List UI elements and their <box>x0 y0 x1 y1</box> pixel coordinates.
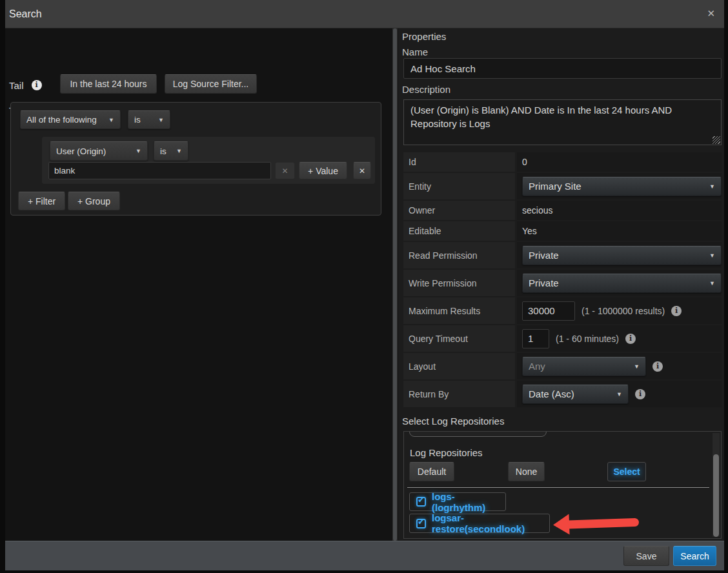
checkbox-checked-icon[interactable]: ✔ <box>416 497 426 507</box>
select-log-repositories-label: Select Log Repositories <box>402 416 504 427</box>
page-background-edge <box>0 570 728 573</box>
info-icon[interactable]: i <box>652 361 663 372</box>
tail-label: Tail <box>9 80 24 91</box>
annotation-arrow-icon <box>552 511 642 536</box>
query-timeout-hint: (1 - 60 minutes) <box>556 334 619 344</box>
info-icon[interactable]: i <box>625 334 636 344</box>
group-operator-value: All of the following <box>26 115 97 125</box>
property-row-write-permission: Write Permission Private ▼ <box>403 270 722 296</box>
row-label: Editable <box>403 221 515 241</box>
add-group-button[interactable]: + Group <box>68 192 120 210</box>
search-dialog: Search ✕ Tail i Timeframe In the last 24… <box>5 0 724 570</box>
property-row-entity: Entity Primary Site ▼ <box>403 173 722 199</box>
return-by-dropdown[interactable]: Date (Asc) ▼ <box>522 385 629 404</box>
vertical-scrollbar[interactable] <box>392 28 398 541</box>
group-condition-value: is <box>134 115 141 125</box>
row-label: Read Permission <box>403 242 515 268</box>
timeframe-button[interactable]: In the last 24 hours <box>60 74 157 94</box>
tail-info-icon[interactable]: i <box>32 80 42 90</box>
dialog-footer: Save Search <box>5 541 724 570</box>
divider <box>407 487 709 488</box>
filter-condition-dropdown[interactable]: is ▼ <box>154 141 188 161</box>
chevron-down-icon: ▼ <box>709 280 715 286</box>
remove-value-button[interactable]: ✕ <box>275 162 295 179</box>
log-source-filter-button[interactable]: Log Source Filter... <box>165 74 257 94</box>
row-value: 0 <box>522 157 527 167</box>
default-button[interactable]: Default <box>409 462 454 481</box>
row-label: Id <box>403 152 515 172</box>
none-button[interactable]: None <box>508 462 545 481</box>
dialog-title: Search <box>5 8 42 20</box>
row-label: Write Permission <box>403 270 515 296</box>
property-row-id: Id 0 <box>403 152 722 172</box>
chevron-down-icon: ▼ <box>136 148 141 154</box>
filter-group-panel: All of the following ▼ is ▼ User (Origin… <box>10 102 381 216</box>
repo-item-logs-logrhythm[interactable]: ✔ logs-(logrhythm) <box>409 492 506 511</box>
entity-value: Primary Site <box>529 181 581 192</box>
info-icon[interactable]: i <box>671 306 682 316</box>
filter-field-value: User (Origin) <box>56 146 106 156</box>
chevron-down-icon: ▼ <box>634 363 640 370</box>
checkbox-checked-icon[interactable]: ✔ <box>416 519 426 528</box>
add-filter-button[interactable]: + Filter <box>18 192 65 210</box>
name-input[interactable] <box>403 58 722 79</box>
chevron-down-icon: ▼ <box>158 117 164 123</box>
group-condition-dropdown[interactable]: is ▼ <box>128 110 170 129</box>
dialog-titlebar: Search ✕ <box>5 0 724 28</box>
search-button[interactable]: Search <box>673 546 716 566</box>
clipped-scrolled-element <box>409 431 547 437</box>
entity-dropdown[interactable]: Primary Site ▼ <box>522 177 722 196</box>
filter-row-panel: User (Origin) ▼ is ▼ ✕ + Value ✕ <box>42 137 375 184</box>
property-row-read-permission: Read Permission Private ▼ <box>403 242 722 268</box>
repo-item-logsar-restore-secondlook[interactable]: ✔ logsar-restore(secondlook) <box>409 514 550 533</box>
row-label: Return By <box>403 381 515 407</box>
remove-filter-button[interactable]: ✕ <box>353 162 371 179</box>
scrollbar-thumb[interactable] <box>393 28 397 541</box>
close-icon[interactable]: ✕ <box>707 8 715 19</box>
property-row-editable: Editable Yes <box>403 221 722 241</box>
chevron-down-icon: ▼ <box>108 117 114 123</box>
select-button[interactable]: Select <box>607 462 646 481</box>
repos-scrollbar-thumb[interactable] <box>713 454 719 537</box>
filter-condition-value: is <box>160 146 167 156</box>
close-icon: ✕ <box>359 166 365 176</box>
write-permission-value: Private <box>529 277 559 288</box>
layout-dropdown[interactable]: Any ▼ <box>522 357 646 376</box>
chevron-down-icon: ▼ <box>176 148 182 154</box>
filter-value-input[interactable] <box>48 162 271 179</box>
row-label: Entity <box>403 173 515 199</box>
layout-value: Any <box>529 361 545 372</box>
property-row-layout: Layout Any ▼ i <box>403 353 722 379</box>
row-label: Owner <box>403 201 515 220</box>
save-button[interactable]: Save <box>623 546 669 566</box>
row-value: secious <box>522 205 552 216</box>
resize-grip[interactable] <box>713 136 720 144</box>
properties-heading: Properties <box>402 31 446 42</box>
chevron-down-icon: ▼ <box>709 183 715 190</box>
close-icon: ✕ <box>281 166 288 176</box>
read-permission-value: Private <box>529 250 559 261</box>
maximum-results-hint: (1 - 1000000 results) <box>581 306 665 316</box>
maximum-results-input[interactable] <box>522 301 575 321</box>
add-value-button[interactable]: + Value <box>299 162 347 179</box>
row-value: Yes <box>522 226 537 236</box>
repo-item-label: logs-(logrhythm) <box>432 491 499 513</box>
repos-scrollbar[interactable] <box>713 433 720 537</box>
log-repositories-panel: Log Repositories Default None Select ✔ l… <box>403 431 722 539</box>
name-label: Name <box>402 46 428 57</box>
search-criteria-panel: Tail i Timeframe In the last 24 hours Lo… <box>5 28 392 541</box>
row-label: Maximum Results <box>403 297 515 324</box>
group-operator-dropdown[interactable]: All of the following ▼ <box>20 110 121 129</box>
return-by-value: Date (Asc) <box>529 388 574 399</box>
info-icon[interactable]: i <box>635 389 645 399</box>
screen: Search ✕ Tail i Timeframe In the last 24… <box>0 0 728 573</box>
write-permission-dropdown[interactable]: Private ▼ <box>522 274 722 293</box>
property-row-return-by: Return By Date (Asc) ▼ i <box>403 381 722 407</box>
chevron-down-icon: ▼ <box>616 391 622 397</box>
query-timeout-input[interactable] <box>522 329 549 348</box>
description-textarea[interactable]: (User (Origin) is Blank) AND Date is In … <box>403 99 722 145</box>
filter-field-dropdown[interactable]: User (Origin) ▼ <box>50 141 148 161</box>
read-permission-dropdown[interactable]: Private ▼ <box>522 246 722 265</box>
row-label: Query Timeout <box>403 325 515 352</box>
log-repositories-heading: Log Repositories <box>410 447 483 458</box>
